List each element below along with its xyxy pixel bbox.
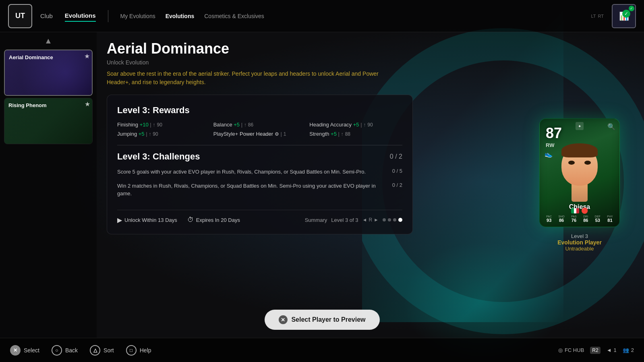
card-flags: 🔴 [571,207,588,214]
bottom-action-select[interactable]: ✕ Select [10,345,39,356]
card-stat-pas: PAS 76 [571,215,577,223]
select-x-icon: ✕ [278,315,287,324]
sidebar-scroll-up[interactable]: ▲ [44,36,52,46]
reward-finishing: Finishing +10 | ↑ 90 [117,122,210,128]
level-dots [383,218,402,222]
card-stat-phy: PHY 81 [607,215,613,223]
select-player-button[interactable]: ✕ Select Player to Preview [264,310,379,330]
card-stat-pac: PAC 93 [546,215,552,223]
expires-label: Expires In 20 Days [196,217,240,223]
nav-cosmetics[interactable]: Cosmetics & Exclusives [204,13,264,19]
panel-footer: ▶ Unlock Within 13 Days ⏱ Expires In 20 … [117,210,402,224]
card-club-badge: 🔴 [581,207,588,214]
challenges-total: 0 / 2 [390,153,402,160]
reward-label: Finishing [117,122,140,128]
card-search-icon: 🔍 [607,123,615,130]
sidebar-icon-aerial: ★ [84,52,90,60]
card-stats: PAC 93 SHO 86 PAS 76 DRI 86 DEF 53 [540,215,619,223]
challenge-text-2: Win 2 matches in Rush, Rivals, Champions… [117,182,384,198]
nav-club[interactable]: Club [40,10,53,21]
select-player-label: Select Player to Preview [291,316,365,323]
card-level-info: Level 3 Evolution Player Untradeable [557,233,602,252]
level-arrow-right[interactable]: ► [374,217,379,223]
bottom-action-help[interactable]: □ Help [126,345,151,356]
page-subtitle: Unlock Evolution [107,59,505,66]
sidebar-label-rising: Rising Phenom [8,102,47,108]
nav-evolutions-sub[interactable]: Evolutions [166,13,195,19]
nav-separator [108,10,108,22]
card-boots-icon: 👟 [545,150,553,158]
level-arrow-left[interactable]: ◄ [362,217,367,223]
card-stat-def: DEF 53 [595,215,601,223]
challenge-count-2: 0 / 2 [392,182,402,188]
card-stat-dri: DRI 86 [583,215,588,223]
nav-evolutions[interactable]: Evolutions [65,10,96,22]
unlock-badge: ▶ Unlock Within 13 Days [117,216,177,224]
page-description: Soar above the rest in the era of the ae… [107,70,397,87]
r2-badge: R2 [590,347,600,354]
page-title: Aerial Dominance [107,40,505,57]
rewards-grid: Finishing +10 | ↑ 90 Balance +5 | ↑ 86 H… [117,122,402,137]
sidebar-label-aerial: Aerial Dominance [9,54,53,60]
reward-balance: Balance +5 | ↑ 86 [213,122,306,128]
level-dot-4 [398,218,402,222]
bottom-bar: ✕ Select ○ Back △ Sort □ Help ◎ FC HUB R… [0,338,644,362]
bottom-action-back[interactable]: ○ Back [52,345,78,356]
reward-change-b: +5 [234,122,240,128]
reward-label-h: Heading Accuracy [309,122,353,128]
card-evolution-text: Evolution Player [557,239,602,246]
level-dot-2 [388,218,391,221]
evolution-panel: Level 3: Rewards Finishing +10 | ↑ 90 Ba… [107,95,413,234]
challenges-title: Level 3: Challenges [117,151,200,162]
reward-max-s: 88 [345,131,350,137]
btn-x-icon: ✕ [10,345,21,356]
bottom-action-sort[interactable]: △ Sort [90,345,114,356]
action-sort-label: Sort [104,347,114,354]
reward-heading: Heading Accuracy +5 | ↑ 90 [309,122,402,128]
nav-sub-items: My Evolutions Evolutions Cosmetics & Exc… [120,13,264,19]
sidebar-icon-rising: ★ [85,100,90,108]
nav-count-1: ◄ 1 [607,347,617,353]
nav-my-evolutions[interactable]: My Evolutions [120,13,155,19]
sidebar: ▲ Aerial Dominance ★ Rising Phenom ★ [0,32,97,338]
count-value-2: 2 [631,347,634,353]
reward-strength: Strength +5 | ↑ 88 [309,131,402,137]
hub-label: FC HUB [565,347,584,353]
reward-playstyle: PlayStyle+ Power Header ⚙ | 1 [213,131,306,137]
reward-change: +10 [140,122,149,128]
challenge-item-1: Score 5 goals with your active EVO playe… [117,168,402,176]
sidebar-item-rising-phenom[interactable]: Rising Phenom ★ [4,98,93,144]
action-select-label: Select [24,347,39,354]
reward-label-j: Jumping [117,131,139,137]
player-face-area [553,143,606,202]
unlock-icon: ▶ [117,216,122,224]
reward-label-b: Balance [213,122,234,128]
btn-circle-icon: ○ [52,345,62,356]
ut-logo: UT [8,4,32,28]
card-special-icon: ✦ [576,122,584,130]
users-icon: 👥 [623,347,629,353]
card-stat-sho: SHO 86 [559,215,565,223]
fc-hub: ◎ FC HUB [558,347,584,353]
expires-badge: ⏱ Expires In 20 Days [187,216,240,223]
challenges-header: Level 3: Challenges 0 / 2 [117,151,402,162]
left-arrow: ◄ [607,347,612,353]
expires-icon: ⏱ [187,216,194,223]
challenge-text-1: Score 5 goals with your active EVO playe… [117,168,384,176]
reward-playstyle-name: Power Header [240,131,273,137]
reward-label-p: PlayStyle+ [213,131,240,137]
reward-jumping: Jumping +5 | ↑ 90 [117,131,210,137]
reward-change-j: +5 [139,131,145,137]
summary-label: Summary [305,217,327,223]
bottom-right: ◎ FC HUB R2 ◄ 1 👥 2 [558,347,634,354]
reward-max-h: 90 [367,122,373,128]
nav-right-icons: LTRT 📊 ✓ [591,4,636,28]
sidebar-item-aerial-dominance[interactable]: Aerial Dominance ★ [4,50,93,96]
action-back-label: Back [65,347,78,354]
nav-report-icon[interactable]: 📊 ✓ [612,4,636,28]
card-top-icons: ✦ [576,122,584,130]
reward-max-b: 86 [248,122,253,128]
challenge-count-1: 0 / 5 [392,168,402,174]
reward-max-j: 90 [153,131,158,137]
btn-square-icon: □ [126,345,137,356]
